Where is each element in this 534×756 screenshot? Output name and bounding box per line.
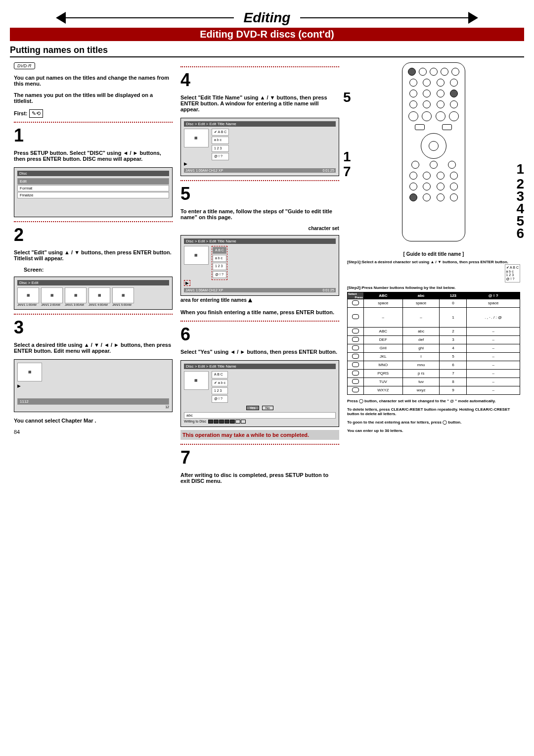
step-6-text: Select "Yes" using ◄ / ► buttons, then p… — [180, 349, 339, 355]
guide-note2: To delete letters, press CLEAR/C-RESET b… — [347, 407, 520, 416]
intro-line2: The names you put on the titles will be … — [14, 92, 173, 104]
step-7-number: 7 — [180, 449, 339, 467]
callout-5: 5 — [343, 90, 351, 105]
step-6-number: 6 — [180, 326, 339, 343]
screen-titlelist: Disc > Edit ▦JAN/1 1:00AM ▦JAN/1 2:00AM … — [14, 277, 173, 310]
dvd-r-badge: DVD-R — [14, 62, 35, 69]
step-1-number: 1 — [14, 127, 173, 144]
screen-label: Screen: — [24, 267, 173, 273]
step-5-number: 5 — [180, 185, 339, 203]
callout-r6: 6 — [516, 226, 524, 241]
screen-disc-menu: Disc Edit Format Finalize — [14, 167, 173, 217]
first-label: First: — [14, 110, 28, 116]
guide-step2: [Step2]:Press Number buttons following b… — [347, 285, 520, 290]
callout-1: 1 — [343, 149, 351, 165]
callout-7: 7 — [343, 164, 351, 180]
character-table: SelectPress ABCabc123@ ! ? spacespace0sp… — [347, 292, 520, 395]
screen-editname-2: Disc > Edit > Edit Title Name ▦ A B C a … — [180, 235, 339, 296]
intro-line1: You can put names on the titles and chan… — [14, 75, 173, 87]
screen-editname-1: Disc > Edit > Edit Title Name ▦ ✔ A B C … — [180, 118, 339, 176]
screen-editmenu: ▦ ▶ 1112 12 — [14, 359, 173, 412]
page-number: 84 — [14, 429, 173, 435]
step-2-number: 2 — [14, 226, 173, 244]
operation-warning: This operation may take a while to be co… — [180, 430, 339, 440]
arrow-up-icon: ▲ — [247, 296, 254, 304]
guide-note3: To goon to the next entering area for le… — [347, 420, 520, 425]
step-4-text: Select "Edit Title Name" using ▲ / ▼ but… — [180, 94, 339, 112]
step-1-text: Press SETUP button. Select "DISC" using … — [14, 150, 173, 162]
charset-label: character set — [309, 226, 339, 231]
area-label: area for entering title names — [180, 297, 247, 303]
page-subtitle: Editing DVD-R discs (cont'd) — [10, 28, 524, 41]
header-decoration: Editing — [10, 10, 524, 26]
step-4-number: 4 — [180, 71, 339, 89]
callout-r1: 1 — [516, 161, 524, 177]
section-title: Putting names on titles — [10, 45, 524, 57]
page-title: Editing — [234, 10, 301, 26]
guide-note1: Press ◯ button, character set will be ch… — [347, 399, 520, 403]
step-2-text: Select "Edit" using ▲ / ▼ buttons, then … — [14, 249, 173, 261]
pencil-icon: ✎⟲ — [29, 109, 43, 118]
step-3-note: You cannot select Chapter Mar . — [14, 418, 173, 424]
guide-step1: [Step1]:Select a desired character set u… — [347, 260, 508, 264]
step-7-text: After writing to disc is completed, pres… — [180, 472, 339, 484]
progress-bar — [208, 420, 246, 424]
step-3-number: 3 — [14, 319, 173, 336]
guide-note4: You can enter up to 30 letters. — [347, 428, 520, 433]
remote-control-diagram — [402, 62, 465, 241]
step-5-text: To enter a title name, follow the steps … — [180, 208, 339, 220]
guide-title: [ Guide to edit title name ] — [347, 251, 520, 257]
step-3-text: Select a desired title using ▲ / ▼ / ◄ /… — [14, 342, 173, 354]
step-5b-text: When you finish entering a title name, p… — [180, 309, 339, 315]
screen-yesno: Disc > Edit > Edit Title Name ▦ A B C ✔ … — [180, 360, 339, 427]
